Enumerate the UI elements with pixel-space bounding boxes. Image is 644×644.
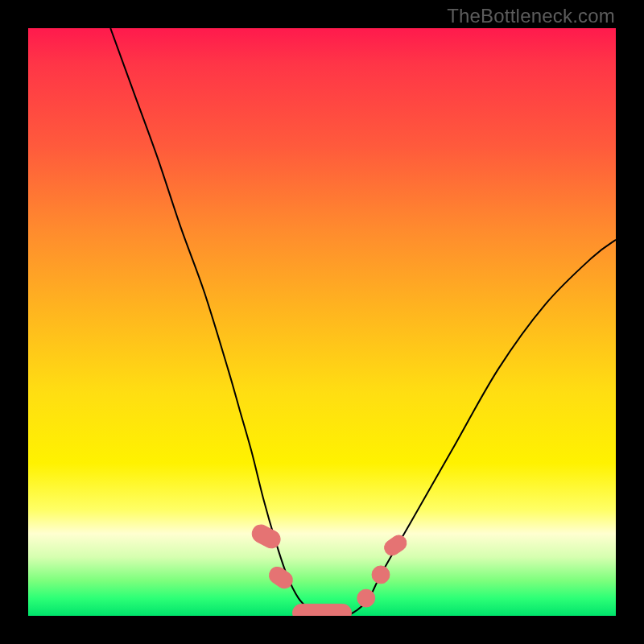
watermark-text: TheBottleneck.com: [447, 5, 615, 27]
curve-marker: [357, 589, 375, 607]
bottleneck-curve-svg: [28, 28, 616, 616]
curve-marker: [293, 604, 352, 616]
bottleneck-curve: [110, 28, 616, 616]
curve-marker: [372, 566, 390, 584]
curve-marker: [382, 532, 410, 558]
curve-marker: [266, 564, 295, 591]
curve-marker: [249, 522, 283, 551]
plot-area: [28, 28, 616, 616]
marker-group: [249, 522, 409, 616]
chart-stage: TheBottleneck.com: [0, 0, 644, 644]
